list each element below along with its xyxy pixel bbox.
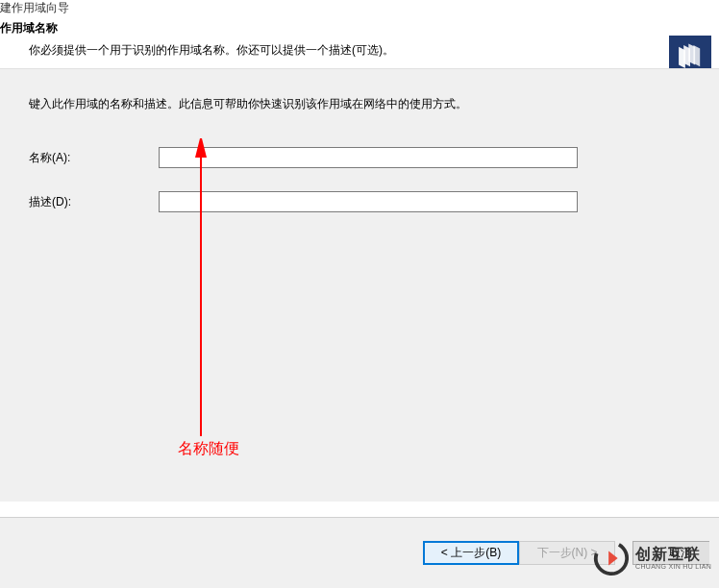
svg-marker-3 — [608, 551, 618, 565]
watermark-logo-icon — [593, 540, 630, 576]
annotation-label: 名称随便 — [178, 439, 239, 459]
watermark-text: 创新互联 CHUANG XIN HU LIAN — [635, 546, 711, 570]
instruction-text: 键入此作用域的名称和描述。此信息可帮助你快速识别该作用域在网络中的使用方式。 — [29, 96, 690, 112]
watermark-cn: 创新互联 — [635, 546, 711, 563]
wizard-subtitle: 你必须提供一个用于识别的作用域名称。你还可以提供一个描述(可选)。 — [29, 42, 719, 59]
watermark: 创新互联 CHUANG XIN HU LIAN — [593, 540, 711, 576]
nav-button-group: < 上一步(B) 下一步(N) > — [423, 541, 615, 565]
name-label: 名称(A): — [29, 150, 159, 166]
wizard-title: 作用域名称 — [0, 20, 719, 37]
wizard-content: 键入此作用域的名称和描述。此信息可帮助你快速识别该作用域在网络中的使用方式。 名… — [0, 68, 719, 502]
annotation-arrow-icon — [163, 138, 221, 446]
window-title-cut: 建作用域向导 — [0, 0, 719, 20]
desc-label: 描述(D): — [29, 194, 159, 210]
name-row: 名称(A): — [29, 147, 690, 168]
desc-input[interactable] — [159, 191, 578, 212]
back-button[interactable]: < 上一步(B) — [423, 541, 519, 565]
wizard-header: 作用域名称 你必须提供一个用于识别的作用域名称。你还可以提供一个描述(可选)。 — [0, 20, 719, 68]
watermark-en: CHUANG XIN HU LIAN — [635, 563, 711, 571]
name-input[interactable] — [159, 147, 578, 168]
desc-row: 描述(D): — [29, 191, 690, 212]
